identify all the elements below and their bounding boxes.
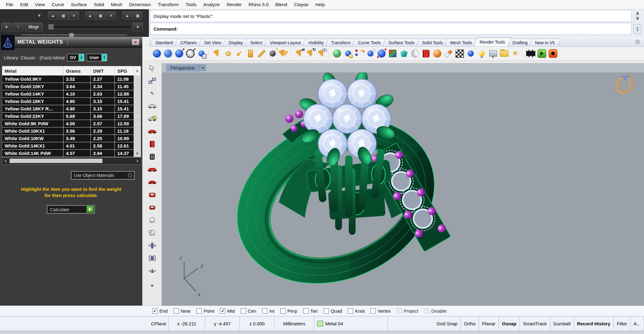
record-animation-icon[interactable]: [547, 48, 559, 59]
osnap-mid[interactable]: Mid: [220, 308, 235, 314]
panel-close-icon[interactable]: ✕: [132, 39, 139, 45]
up-palette-button[interactable]: ↑: [13, 23, 24, 31]
toolbar-settings-gear-icon[interactable]: ⚙: [635, 38, 640, 45]
checkbox-icon[interactable]: [174, 308, 179, 314]
sphere-2d-tool-icon[interactable]: [147, 229, 158, 237]
tab-render-tools[interactable]: Render Tools: [473, 37, 511, 46]
menu-view[interactable]: View: [32, 2, 48, 7]
material-spheres-icon[interactable]: [343, 48, 354, 59]
menu-solid[interactable]: Solid: [90, 2, 107, 7]
link-objects-tool-icon[interactable]: [147, 76, 158, 85]
table-row[interactable]: Yellow Gold:14KY4.102.6312.88: [2, 90, 141, 98]
user-toggle[interactable]: UserI: [87, 54, 107, 61]
palette-size-slider[interactable]: [48, 25, 131, 28]
menu-curve[interactable]: Curve: [48, 2, 67, 7]
projector-icon[interactable]: [487, 48, 499, 59]
swap-lights-icon[interactable]: ↻: [305, 48, 316, 59]
command-input-line[interactable]: Command:: [150, 23, 632, 35]
menu-clayoo[interactable]: Clayoo: [291, 2, 312, 7]
texture-folder-icon[interactable]: [499, 48, 510, 59]
texture-sphere-icon[interactable]: [432, 48, 443, 59]
menu-help[interactable]: Help: [312, 2, 328, 7]
toggle-osnap[interactable]: Osnap: [499, 316, 520, 331]
car-outline-tool-icon[interactable]: [147, 102, 158, 110]
menu-blend[interactable]: Blend: [272, 2, 291, 7]
small-sphere-icon[interactable]: [465, 48, 476, 59]
palette-save-icon[interactable]: ▣: [58, 11, 68, 19]
menu-dimension[interactable]: Dimension: [126, 2, 154, 7]
light-pair-icon[interactable]: [278, 48, 289, 59]
palette-up-icon[interactable]: ▲: [122, 11, 132, 19]
slider-thumb[interactable]: [49, 24, 54, 29]
dock-resize-slider[interactable]: [0, 33, 149, 37]
checkbox-disabled-icon[interactable]: [397, 308, 402, 314]
point-light-icon[interactable]: [223, 48, 234, 59]
checkbox-icon[interactable]: [280, 308, 286, 314]
menu-analyze[interactable]: Analyze: [200, 2, 223, 7]
dark-panel-tool-icon[interactable]: [147, 152, 158, 161]
viewport-canvas[interactable]: z y x: [162, 72, 644, 306]
viewport-dropdown-icon[interactable]: ▼: [199, 64, 206, 71]
table-row[interactable]: Yellow Gold:9KY3.522.2711.08: [2, 75, 141, 83]
material-book-tool-icon[interactable]: [147, 140, 158, 148]
menu-edit[interactable]: Edit: [17, 2, 32, 7]
tab-viewport-layout[interactable]: Viewport Layout: [264, 39, 307, 46]
car-front-2-tool-icon[interactable]: [147, 203, 158, 212]
more-tools-icon[interactable]: »: [147, 281, 158, 290]
car-side-tool-icon[interactable]: [147, 165, 158, 174]
annotate-tool-icon[interactable]: ✎: [147, 89, 158, 98]
table-row[interactable]: White Gold:10KW3.492.2510.99: [2, 135, 141, 142]
render-wireframe-icon[interactable]: ↗: [185, 48, 196, 59]
osnap-knot[interactable]: Knot: [348, 308, 365, 314]
col-metal[interactable]: Metal: [2, 66, 63, 75]
palette-save-icon[interactable]: ▣: [96, 11, 106, 19]
viewport-title[interactable]: Perspective: [166, 64, 199, 71]
command-history-scroll[interactable]: ∧∨: [633, 11, 642, 20]
copy-material-icon[interactable]: ↘: [365, 48, 376, 59]
scroll-up-icon[interactable]: ∧: [636, 11, 639, 15]
checkbox-icon[interactable]: [303, 308, 309, 314]
table-scroll-up-icon[interactable]: ∧: [134, 66, 141, 75]
gv-toggle[interactable]: GVI: [67, 54, 84, 61]
calculate-button[interactable]: Calculate: [47, 205, 95, 213]
environment-cube-icon[interactable]: [387, 48, 398, 59]
edit-material-icon[interactable]: [376, 48, 387, 59]
table-row[interactable]: Yellow Gold:22KY5.693.6617.89: [2, 113, 141, 120]
palette-up-icon[interactable]: ▲: [85, 11, 95, 19]
manager-button[interactable]: Mngr: [25, 23, 43, 31]
plane-tool-icon[interactable]: [147, 267, 158, 275]
gem-material-icon[interactable]: [398, 48, 409, 59]
sphere-stand-tool-icon[interactable]: [147, 216, 158, 225]
directional-light-icon[interactable]: ↙: [234, 48, 245, 59]
ground-checker-icon[interactable]: [454, 48, 465, 59]
table-row[interactable]: White Gold:14KX14.012.5812.61: [2, 142, 141, 150]
spin-up-icon[interactable]: ▲: [636, 26, 639, 29]
table-row[interactable]: Yellow Gold:18KY R...4.903.1515.41: [2, 105, 141, 113]
osnap-cen[interactable]: Cen: [241, 308, 257, 314]
tab-solid-tools[interactable]: Solid Tools: [416, 39, 449, 46]
materials-dropdown[interactable]: Use Object Materials: [71, 171, 134, 179]
save-render-icon[interactable]: [196, 48, 207, 59]
render-icon[interactable]: [151, 48, 162, 59]
menu-mesh[interactable]: Mesh: [107, 2, 126, 7]
toggle-a-more[interactable]: A...: [630, 316, 644, 331]
light-target-icon[interactable]: ↗: [267, 48, 278, 59]
osnap-end[interactable]: End: [152, 308, 168, 314]
scroll-down-icon[interactable]: ∨: [636, 16, 639, 20]
osnap-project[interactable]: Project: [397, 308, 418, 314]
palette-close-icon[interactable]: ✕: [106, 11, 116, 19]
table-row[interactable]: White Gold:10KX13.562.2911.18: [2, 127, 141, 135]
osnap-perp[interactable]: Perp: [280, 308, 297, 314]
checkbox-icon[interactable]: [348, 308, 353, 314]
osnap-quad[interactable]: Quad: [324, 308, 342, 314]
table-row[interactable]: White Gold:9K PdW4.002.5712.59: [2, 120, 141, 127]
status-cplane[interactable]: CPlane: [149, 316, 169, 331]
metal-material-icon[interactable]: [409, 48, 421, 59]
show-lights-icon[interactable]: [316, 48, 327, 59]
add-palette-button[interactable]: +: [1, 23, 12, 31]
toggle-grid-snap[interactable]: Grid Snap: [434, 316, 461, 331]
car-red-tool-icon[interactable]: [147, 127, 158, 136]
scrollbar-thumb[interactable]: [10, 159, 102, 163]
checkbox-checked-icon[interactable]: [220, 308, 225, 314]
tab-mesh-tools[interactable]: Mesh Tools: [444, 39, 478, 46]
